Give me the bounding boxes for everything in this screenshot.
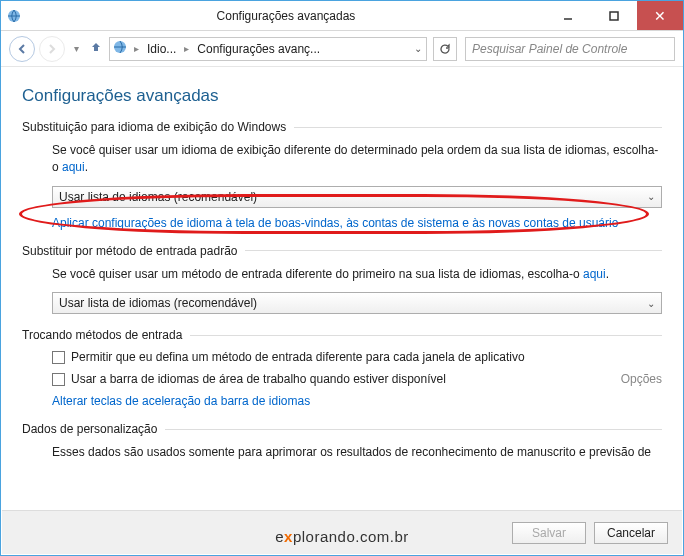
minimize-button[interactable] <box>545 1 591 30</box>
checkbox-label: Usar a barra de idiomas de área de traba… <box>71 372 446 386</box>
section-switching: Trocando métodos de entrada Permitir que… <box>22 328 662 408</box>
save-button[interactable]: Salvar <box>512 522 586 544</box>
checkbox-label: Permitir que eu defina um método de entr… <box>71 350 525 364</box>
here-link[interactable]: aqui <box>583 267 606 281</box>
section-personalization: Dados de personalização Esses dados são … <box>22 422 662 461</box>
language-bar-checkbox[interactable] <box>52 373 65 386</box>
breadcrumb-dropdown[interactable]: ⌄ <box>408 43 426 54</box>
breadcrumb[interactable]: ▸ Idio... ▸ Configurações avanç... ⌄ <box>109 37 427 61</box>
chevron-down-icon: ⌄ <box>647 298 655 309</box>
refresh-button[interactable] <box>433 37 457 61</box>
page-title: Configurações avançadas <box>22 86 662 106</box>
window-title: Configurações avançadas <box>27 9 545 23</box>
combo-value: Usar lista de idiomas (recomendável) <box>59 190 257 204</box>
section-description: Se você quiser usar um método de entrada… <box>52 266 662 283</box>
section-heading: Dados de personalização <box>22 422 662 436</box>
back-button[interactable] <box>9 36 35 62</box>
per-window-checkbox[interactable] <box>52 351 65 364</box>
titlebar: Configurações avançadas ✕ <box>1 1 683 31</box>
checkbox-row: Usar a barra de idiomas de área de traba… <box>52 372 662 386</box>
section-input-method: Substituir por método de entrada padrão … <box>22 244 662 315</box>
apply-settings-link[interactable]: Aplicar configurações de idioma à tela d… <box>52 216 662 230</box>
search-box[interactable] <box>465 37 675 61</box>
location-icon <box>110 39 130 58</box>
chevron-down-icon: ⌄ <box>647 191 655 202</box>
breadcrumb-advanced[interactable]: Configurações avanç... <box>193 42 324 56</box>
section-display-language: Substituição para idioma de exibição do … <box>22 120 662 230</box>
here-link[interactable]: aqui <box>62 160 85 174</box>
footer: Salvar Cancelar <box>2 510 682 554</box>
combo-value: Usar lista de idiomas (recomendável) <box>59 296 257 310</box>
up-button[interactable] <box>87 40 105 57</box>
navbar: ▾ ▸ Idio... ▸ Configurações avanç... ⌄ <box>1 31 683 67</box>
history-dropdown[interactable]: ▾ <box>69 43 83 54</box>
display-language-combo[interactable]: Usar lista de idiomas (recomendável) ⌄ <box>52 186 662 208</box>
section-heading: Substituição para idioma de exibição do … <box>22 120 662 134</box>
checkbox-row: Permitir que eu defina um método de entr… <box>52 350 662 364</box>
input-method-combo[interactable]: Usar lista de idiomas (recomendável) ⌄ <box>52 292 662 314</box>
svg-rect-2 <box>610 12 618 20</box>
app-icon <box>1 8 27 24</box>
hotkeys-link[interactable]: Alterar teclas de aceleração da barra de… <box>52 394 662 408</box>
search-input[interactable] <box>466 42 674 56</box>
cancel-button[interactable]: Cancelar <box>594 522 668 544</box>
chevron-right-icon: ▸ <box>180 43 193 54</box>
close-button[interactable]: ✕ <box>637 1 683 30</box>
section-heading: Substituir por método de entrada padrão <box>22 244 662 258</box>
chevron-right-icon: ▸ <box>130 43 143 54</box>
breadcrumb-language[interactable]: Idio... <box>143 42 180 56</box>
section-description: Esses dados são usados somente para apri… <box>52 444 662 461</box>
section-description: Se você quiser usar um idioma de exibiçã… <box>52 142 662 176</box>
section-heading: Trocando métodos de entrada <box>22 328 662 342</box>
forward-button[interactable] <box>39 36 65 62</box>
content-area: Configurações avançadas Substituição par… <box>2 68 682 509</box>
options-link[interactable]: Opções <box>621 372 662 386</box>
maximize-button[interactable] <box>591 1 637 30</box>
